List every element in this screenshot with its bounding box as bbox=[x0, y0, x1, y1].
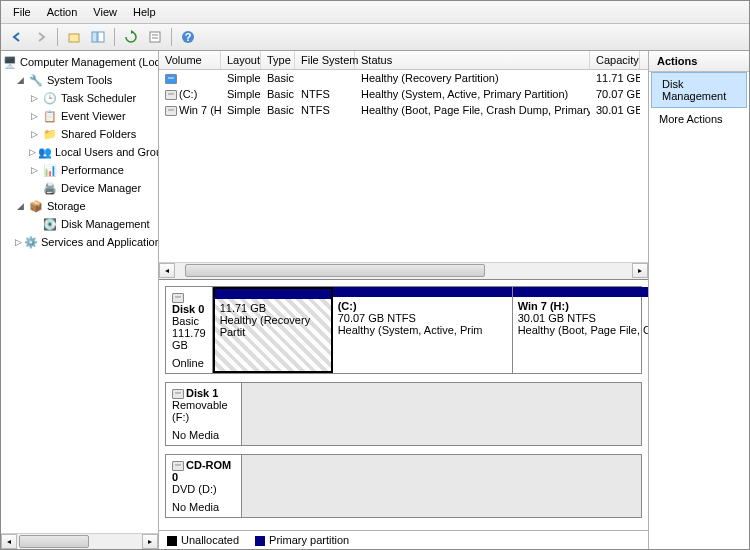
scroll-thumb[interactable] bbox=[185, 264, 485, 277]
disk-icon bbox=[172, 461, 184, 471]
partition-size: 11.71 GB bbox=[220, 302, 326, 314]
scroll-thumb[interactable] bbox=[19, 535, 89, 548]
menu-help[interactable]: Help bbox=[125, 3, 164, 21]
col-status[interactable]: Status bbox=[355, 51, 590, 69]
partition[interactable]: 11.71 GB Healthy (Recovery Partit bbox=[213, 287, 333, 373]
computer-icon: 🖥️ bbox=[3, 54, 17, 70]
volume-header-row: Volume Layout Type File System Status Ca… bbox=[159, 51, 648, 70]
folder-icon: 📁 bbox=[42, 126, 58, 142]
menu-view[interactable]: View bbox=[85, 3, 125, 21]
tree-local-users[interactable]: ▷👥Local Users and Groups bbox=[1, 143, 158, 161]
expand-icon[interactable]: ▷ bbox=[29, 147, 36, 158]
tree-services[interactable]: ▷⚙️Services and Applications bbox=[1, 233, 158, 251]
volume-name: Win 7 (H:) bbox=[179, 104, 221, 116]
forward-button[interactable] bbox=[31, 27, 51, 47]
tree-performance[interactable]: ▷📊Performance bbox=[1, 161, 158, 179]
disk-name: Disk 1 bbox=[186, 387, 218, 399]
volume-list: Volume Layout Type File System Status Ca… bbox=[159, 51, 648, 279]
expand-icon[interactable]: ▷ bbox=[15, 237, 22, 248]
tree-label: Shared Folders bbox=[61, 128, 136, 140]
disk-info[interactable]: Disk 0 Basic 111.79 GB Online bbox=[166, 287, 213, 373]
volume-icon bbox=[165, 106, 177, 116]
disk-size: 111.79 GB bbox=[172, 327, 206, 351]
col-layout[interactable]: Layout bbox=[221, 51, 261, 69]
volume-type: Basic bbox=[261, 71, 295, 85]
volume-capacity: 11.71 GB bbox=[590, 71, 640, 85]
partition-bar bbox=[333, 287, 512, 297]
actions-header: Actions bbox=[649, 51, 749, 72]
show-hide-tree-icon[interactable] bbox=[88, 27, 108, 47]
tree-disk-management[interactable]: 💽Disk Management bbox=[1, 215, 158, 233]
collapse-icon[interactable]: ◢ bbox=[15, 201, 26, 212]
refresh-icon[interactable] bbox=[121, 27, 141, 47]
tree-root[interactable]: 🖥️Computer Management (Local bbox=[1, 53, 158, 71]
partition-label: (C:) bbox=[338, 300, 507, 312]
volume-type: Basic bbox=[261, 87, 295, 101]
partition-bar bbox=[215, 289, 331, 299]
tree-label: Device Manager bbox=[61, 182, 141, 194]
partition[interactable]: (C:) 70.07 GB NTFS Healthy (System, Acti… bbox=[333, 287, 513, 373]
scroll-left-icon[interactable]: ◂ bbox=[1, 534, 17, 549]
partition-desc: Healthy (Recovery Partit bbox=[220, 314, 326, 338]
no-media-area bbox=[242, 383, 641, 445]
tree-shared-folders[interactable]: ▷📁Shared Folders bbox=[1, 125, 158, 143]
disk-info[interactable]: Disk 1 Removable (F:) No Media bbox=[166, 383, 242, 445]
scroll-right-icon[interactable]: ▸ bbox=[142, 534, 158, 549]
disk-state: Online bbox=[172, 357, 206, 369]
actions-pane: Actions Disk Management More Actions bbox=[649, 51, 749, 549]
disk-icon bbox=[172, 293, 184, 303]
svg-rect-1 bbox=[92, 32, 97, 42]
legend-unallocated: Unallocated bbox=[167, 534, 239, 546]
disk-type: Basic bbox=[172, 315, 206, 327]
tree-device-manager[interactable]: 🖨️Device Manager bbox=[1, 179, 158, 197]
volume-layout: Simple bbox=[221, 87, 261, 101]
col-volume[interactable]: Volume bbox=[159, 51, 221, 69]
col-filesystem[interactable]: File System bbox=[295, 51, 355, 69]
col-capacity[interactable]: Capacity bbox=[590, 51, 640, 69]
scroll-left-icon[interactable]: ◂ bbox=[159, 263, 175, 278]
tree-label: Computer Management (Local bbox=[20, 56, 159, 68]
col-type[interactable]: Type bbox=[261, 51, 295, 69]
tree-h-scrollbar[interactable]: ◂ ▸ bbox=[1, 533, 158, 549]
partition-size: 30.01 GB NTFS bbox=[518, 312, 648, 324]
volume-h-scrollbar[interactable]: ◂ ▸ bbox=[159, 262, 648, 279]
tree-task-scheduler[interactable]: ▷🕒Task Scheduler bbox=[1, 89, 158, 107]
expand-icon[interactable]: ▷ bbox=[29, 111, 40, 122]
partition[interactable]: Win 7 (H:) 30.01 GB NTFS Healthy (Boot, … bbox=[513, 287, 648, 373]
volume-row[interactable]: (C:) Simple Basic NTFS Healthy (System, … bbox=[159, 86, 648, 102]
disk-row: Disk 0 Basic 111.79 GB Online 11.71 GB H… bbox=[165, 286, 642, 374]
action-disk-management[interactable]: Disk Management bbox=[651, 72, 747, 108]
menu-action[interactable]: Action bbox=[39, 3, 86, 21]
tree-storage[interactable]: ◢📦Storage bbox=[1, 197, 158, 215]
partition-bar bbox=[513, 287, 648, 297]
volume-capacity: 30.01 GB bbox=[590, 103, 640, 117]
volume-status: Healthy (Recovery Partition) bbox=[355, 71, 590, 85]
svg-rect-0 bbox=[69, 34, 79, 42]
volume-fs: NTFS bbox=[295, 103, 355, 117]
menu-file[interactable]: File bbox=[5, 3, 39, 21]
tree-label: Event Viewer bbox=[61, 110, 126, 122]
disk-info[interactable]: CD-ROM 0 DVD (D:) No Media bbox=[166, 455, 242, 517]
tree-label: Local Users and Groups bbox=[55, 146, 159, 158]
expand-icon[interactable]: ▷ bbox=[29, 165, 40, 176]
action-more[interactable]: More Actions bbox=[649, 108, 749, 130]
expand-icon[interactable]: ▷ bbox=[29, 129, 40, 140]
tree-label: Disk Management bbox=[61, 218, 150, 230]
back-button[interactable] bbox=[7, 27, 27, 47]
volume-status: Healthy (System, Active, Primary Partiti… bbox=[355, 87, 590, 101]
menu-bar: File Action View Help bbox=[1, 1, 749, 24]
volume-status: Healthy (Boot, Page File, Crash Dump, Pr… bbox=[355, 103, 590, 117]
svg-rect-3 bbox=[150, 32, 160, 42]
tree-event-viewer[interactable]: ▷📋Event Viewer bbox=[1, 107, 158, 125]
collapse-icon[interactable]: ◢ bbox=[15, 75, 26, 86]
partition-desc: Healthy (Boot, Page File, Cr bbox=[518, 324, 648, 336]
volume-row[interactable]: Win 7 (H:) Simple Basic NTFS Healthy (Bo… bbox=[159, 102, 648, 118]
expand-icon[interactable]: ▷ bbox=[29, 93, 40, 104]
help-icon[interactable]: ? bbox=[178, 27, 198, 47]
properties-icon[interactable] bbox=[145, 27, 165, 47]
volume-row[interactable]: Simple Basic Healthy (Recovery Partition… bbox=[159, 70, 648, 86]
up-icon[interactable] bbox=[64, 27, 84, 47]
scroll-right-icon[interactable]: ▸ bbox=[632, 263, 648, 278]
tree-system-tools[interactable]: ◢🔧System Tools bbox=[1, 71, 158, 89]
volume-layout: Simple bbox=[221, 71, 261, 85]
